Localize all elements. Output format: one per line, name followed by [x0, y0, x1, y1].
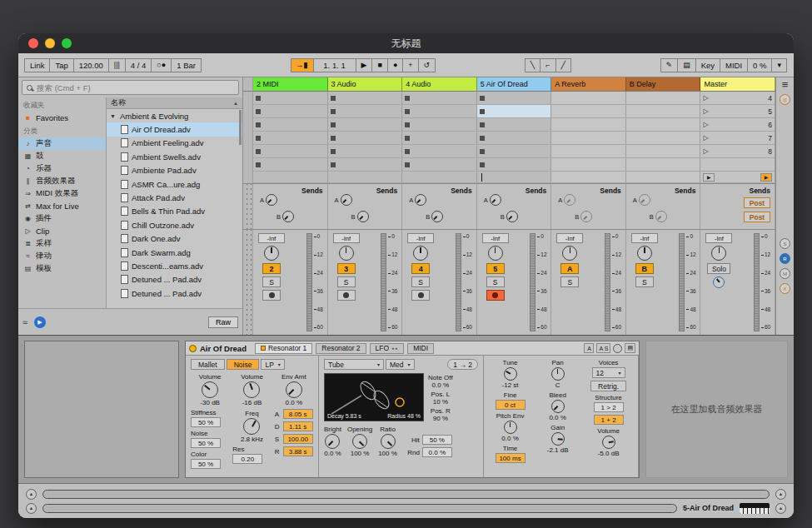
- file-item[interactable]: Dark Swarm.adg: [107, 246, 242, 259]
- opening-knob[interactable]: [352, 434, 367, 449]
- file-item[interactable]: Bells & Thin Pad.adv: [107, 205, 242, 218]
- pos-l-value[interactable]: 10 %: [433, 398, 448, 406]
- noise-filter-type-select[interactable]: LP ▾: [261, 359, 284, 370]
- preview-play-icon[interactable]: ▶: [34, 316, 46, 328]
- solo-button[interactable]: S: [411, 276, 430, 287]
- clip-slot[interactable]: [328, 105, 403, 118]
- arm-button[interactable]: [411, 290, 430, 301]
- clip-slot[interactable]: [328, 118, 403, 132]
- scroll-down-right-button[interactable]: ▲: [775, 503, 786, 514]
- mallet-volume-knob[interactable]: [243, 381, 260, 398]
- line-mode-icon[interactable]: ╲: [525, 58, 541, 72]
- retrigger-button[interactable]: Retrig.: [590, 381, 626, 391]
- curve-mode-icon[interactable]: ╱: [555, 58, 571, 72]
- clip-slot[interactable]: [253, 145, 328, 158]
- scene-slot[interactable]: ▷5: [700, 105, 775, 118]
- time-signature-field[interactable]: 4 / 4: [125, 58, 152, 72]
- quantize-menu[interactable]: 1 Bar: [171, 58, 202, 72]
- clip-slot[interactable]: [626, 105, 701, 118]
- returns-section-toggle[interactable]: R: [780, 253, 790, 264]
- send-b-knob[interactable]: [431, 211, 443, 222]
- track-header[interactable]: 3 Audio: [328, 77, 403, 91]
- minimize-button[interactable]: [45, 38, 55, 48]
- pan-knob[interactable]: [711, 246, 726, 261]
- clip-slot[interactable]: [477, 158, 552, 172]
- search-input[interactable]: [37, 83, 234, 92]
- track-header[interactable]: Master: [700, 77, 775, 91]
- mixer-section-toggle[interactable]: M: [780, 268, 790, 279]
- chevron-down-icon[interactable]: ▾: [771, 58, 787, 72]
- clip-slot[interactable]: [626, 118, 701, 132]
- track-volume-display[interactable]: -Inf: [556, 233, 583, 243]
- master-solo-button[interactable]: Solo: [707, 263, 730, 274]
- device-name[interactable]: Air Of Dread: [200, 344, 247, 353]
- sidebar-item-plugins[interactable]: ◉插件: [18, 212, 106, 225]
- scene-slot[interactable]: ▷4: [700, 92, 775, 105]
- send-a-knob[interactable]: [564, 194, 575, 206]
- pan-knob[interactable]: [339, 246, 354, 261]
- resonator-type-select[interactable]: Tube ▾: [324, 359, 384, 370]
- file-item[interactable]: ASMR Ca...ure.adg: [107, 177, 242, 191]
- device-on-toggle[interactable]: [189, 345, 197, 352]
- hit-value[interactable]: 50 %: [422, 435, 452, 445]
- midi-map-button[interactable]: MIDI: [720, 58, 748, 72]
- mini-keyboard-icon[interactable]: [740, 503, 770, 514]
- gain-knob[interactable]: [551, 432, 565, 446]
- file-list-header[interactable]: 名称 ▲: [107, 97, 242, 109]
- sidebar-item-sounds[interactable]: ♪声音: [18, 137, 106, 150]
- overview-scrollbar-bottom[interactable]: [42, 504, 677, 513]
- scene-slot[interactable]: ▷6: [700, 118, 775, 132]
- fine-value[interactable]: 0 ct: [496, 400, 526, 410]
- resonator-quality-select[interactable]: Med ▾: [386, 359, 415, 370]
- arm-button[interactable]: [262, 290, 281, 301]
- solo-button[interactable]: S: [262, 276, 281, 287]
- file-item[interactable]: Chill Outzone.adv: [107, 218, 242, 232]
- clip-slot[interactable]: [551, 118, 626, 132]
- track-volume-display[interactable]: -Inf: [407, 233, 434, 243]
- browser-search-box[interactable]: [22, 80, 239, 95]
- clip-slot[interactable]: [402, 105, 477, 118]
- track-activator-button[interactable]: B: [635, 263, 654, 274]
- decay-readout[interactable]: Decay 5.83 s: [327, 413, 361, 419]
- clip-slot[interactable]: [402, 158, 477, 172]
- audio-effect-drop-area[interactable]: 在这里加载音频效果器: [645, 341, 788, 478]
- track-activator-button[interactable]: A: [560, 263, 579, 274]
- send-b-knob[interactable]: [282, 211, 294, 222]
- tab-resonator-1[interactable]: Resonator 1: [255, 343, 312, 354]
- clip-slot[interactable]: [477, 105, 552, 118]
- track-volume-display[interactable]: -Inf: [258, 233, 285, 243]
- clip-slot[interactable]: [477, 92, 552, 105]
- mallet-tab[interactable]: Mallet: [191, 359, 225, 370]
- pan-knob[interactable]: [264, 246, 279, 261]
- noise-volume-knob[interactable]: [202, 381, 218, 398]
- clip-slot[interactable]: [328, 132, 403, 145]
- rnd-value[interactable]: 0.0 %: [422, 447, 452, 457]
- cue-volume-knob[interactable]: [713, 276, 725, 288]
- copy-to-resonator-2-button[interactable]: 1 → 2: [447, 359, 478, 370]
- tune-knob[interactable]: [504, 367, 517, 381]
- send-a-knob[interactable]: [341, 194, 352, 206]
- scene-slot[interactable]: ▷7: [700, 132, 775, 145]
- sends-section-toggle[interactable]: S: [780, 238, 790, 249]
- sort-ascending-icon[interactable]: ▲: [233, 101, 238, 106]
- clip-slot[interactable]: [551, 92, 626, 105]
- scene-fire-button[interactable]: ▶: [760, 173, 772, 182]
- send-b-knob[interactable]: [357, 211, 369, 222]
- hot-swap-icon[interactable]: [613, 344, 622, 353]
- file-item[interactable]: Air Of Dread.adv: [107, 122, 242, 136]
- raw-preview-button[interactable]: Raw: [208, 316, 238, 328]
- sidebar-item-clips[interactable]: ▷Clip: [18, 225, 106, 237]
- key-map-button[interactable]: Key: [695, 58, 720, 72]
- send-a-knob[interactable]: [415, 194, 426, 206]
- track-volume-display[interactable]: -Inf: [482, 233, 509, 243]
- file-item[interactable]: Detuned ... Pad.adv: [107, 286, 242, 300]
- pan-knob[interactable]: [562, 246, 577, 261]
- clip-slot[interactable]: [402, 118, 477, 132]
- crossfade-section-toggle[interactable]: X: [780, 283, 790, 294]
- track-header[interactable]: 4 Audio: [402, 77, 477, 91]
- sustain-value[interactable]: 100.00: [283, 434, 313, 444]
- track-volume-display[interactable]: -Inf: [631, 233, 658, 243]
- count-in-icon[interactable]: ○●: [151, 58, 172, 72]
- tempo-field[interactable]: 120.00: [73, 58, 109, 72]
- tab-midi[interactable]: MIDI: [407, 343, 434, 354]
